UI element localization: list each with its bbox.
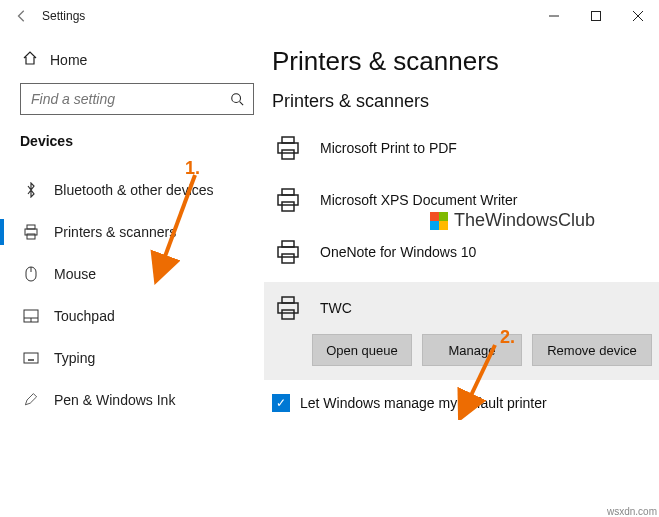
svg-point-2 [232,94,241,103]
svg-rect-12 [24,353,38,363]
printer-icon [22,224,40,240]
minimize-button[interactable] [533,0,575,32]
maximize-button[interactable] [575,0,617,32]
device-label: TWC [320,300,352,316]
nav-mouse[interactable]: Mouse [20,253,254,295]
keyboard-icon [22,352,40,364]
pen-icon [22,392,40,408]
device-label: OneNote for Windows 10 [320,244,476,260]
watermark: TheWindowsClub [430,210,595,231]
search-input[interactable] [21,91,221,107]
corner-watermark: wsxdn.com [607,506,657,517]
printer-icon [272,184,304,216]
check-icon: ✓ [272,394,290,412]
svg-rect-27 [278,303,298,313]
svg-rect-20 [282,189,294,195]
nav-pen[interactable]: Pen & Windows Ink [20,379,254,421]
default-printer-checkbox[interactable]: ✓ Let Windows manage my default printer [272,394,652,412]
svg-rect-21 [278,195,298,205]
home-label: Home [50,52,87,68]
search-icon[interactable] [221,84,253,114]
section-title: Printers & scanners [272,91,652,112]
annotation-num-1: 1. [185,158,200,179]
bluetooth-icon [22,182,40,198]
svg-line-3 [240,102,244,106]
svg-rect-17 [282,137,294,143]
close-button[interactable] [617,0,659,32]
category-heading: Devices [20,133,254,149]
nav-label: Typing [54,350,95,366]
titlebar: Settings [0,0,659,32]
main-panel: Printers & scanners Printers & scanners … [254,32,659,517]
home-icon [22,50,38,69]
page-title: Printers & scanners [272,46,652,77]
nav-label: Pen & Windows Ink [54,392,175,408]
touchpad-icon [22,309,40,323]
svg-rect-25 [282,254,294,263]
nav-label: Mouse [54,266,96,282]
device-item-selected[interactable]: TWC [264,282,659,334]
device-label: Microsoft XPS Document Writer [320,192,517,208]
svg-rect-23 [282,241,294,247]
nav-bluetooth[interactable]: Bluetooth & other devices [20,169,254,211]
window-title: Settings [42,9,85,23]
search-box[interactable] [20,83,254,115]
annotation-num-2: 2. [500,327,515,348]
nav-label: Touchpad [54,308,115,324]
printer-icon [272,132,304,164]
device-item[interactable]: Microsoft Print to PDF [272,122,652,174]
nav-label: Printers & scanners [54,224,176,240]
device-item[interactable]: OneNote for Windows 10 [272,226,652,278]
mouse-icon [22,266,40,282]
home-link[interactable]: Home [20,42,254,83]
svg-rect-1 [592,12,601,21]
open-queue-button[interactable]: Open queue [312,334,412,366]
svg-rect-18 [278,143,298,153]
svg-rect-22 [282,202,294,211]
svg-rect-28 [282,310,294,319]
checkbox-label: Let Windows manage my default printer [300,395,547,411]
svg-rect-24 [278,247,298,257]
nav-printers[interactable]: Printers & scanners [20,211,254,253]
back-icon[interactable] [10,4,34,28]
device-label: Microsoft Print to PDF [320,140,457,156]
watermark-text: TheWindowsClub [454,210,595,231]
svg-rect-26 [282,297,294,303]
svg-rect-4 [27,225,35,229]
nav-touchpad[interactable]: Touchpad [20,295,254,337]
nav-typing[interactable]: Typing [20,337,254,379]
sidebar: Home Devices Bluetooth & other devices P… [0,32,254,517]
device-actions: Open queue Manage Remove device [264,334,659,380]
logo-icon [430,212,448,230]
printer-icon [272,236,304,268]
remove-device-button[interactable]: Remove device [532,334,652,366]
printer-icon [272,292,304,324]
nav-label: Bluetooth & other devices [54,182,214,198]
svg-rect-19 [282,150,294,159]
